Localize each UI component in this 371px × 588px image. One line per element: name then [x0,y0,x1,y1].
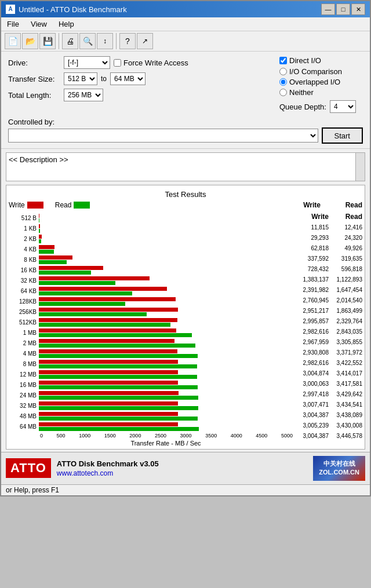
minimize-button[interactable]: — [321,3,335,15]
data-read-val: 2,329,764 [332,318,362,324]
chart-label-item: 32 MB [20,400,37,411]
start-button[interactable]: Start [322,127,363,144]
force-write-checkbox[interactable] [114,59,121,67]
read-bar [39,218,39,222]
footer-text: ATTO Disk Benchmark v3.05 www.attotech.c… [57,459,159,477]
bar-row [39,400,293,411]
data-row: 2,982,6163,422,552 [295,357,362,368]
main-window: A Untitled - ATTO Disk Benchmark — □ ✕ F… [0,0,371,496]
data-row: 337,592319,635 [295,253,362,264]
write-bar [39,318,177,322]
description-scrollbar[interactable] [355,153,365,181]
write-bar [39,412,178,416]
read-bar [39,333,192,337]
transfer-size-row: Transfer Size: 512 B to 64 MB [8,72,270,85]
x-axis-label: 500 [57,433,66,439]
overlapped-io-radio[interactable] [279,78,287,86]
controlled-by-select[interactable] [8,129,318,143]
chart-label-item: 1 MB [23,327,37,338]
neither-radio[interactable] [279,89,287,96]
data-write-val: 2,391,982 [295,287,329,293]
x-axis-label: 1000 [79,433,90,439]
chart-legend: Write Read Write Read [9,201,362,209]
x-axis-label: 4000 [231,433,242,439]
data-table: WriteRead11,81512,41629,29324,32062,8184… [293,213,362,447]
total-length-select[interactable]: 256 MB [64,89,103,101]
write-bar [39,266,103,270]
bar-row [39,359,293,369]
data-row: 2,951,2171,863,499 [295,305,362,316]
resize-button[interactable]: ↕ [97,33,113,49]
open-button[interactable]: 📂 [22,33,38,49]
data-write-val: 2,930,808 [295,349,329,356]
write-bar [39,349,177,353]
queue-depth-row: Queue Depth: 4 [279,100,363,113]
read-bar [39,312,147,316]
transfer-to-select[interactable]: 64 MB [110,72,146,85]
chart-label-item: 256KB [19,306,37,317]
x-axis-label: 0 [40,433,43,439]
menu-help[interactable]: Help [55,19,78,30]
write-bar [39,328,176,333]
zoom-button[interactable]: 🔍 [79,33,96,49]
io-mode-group: I/O Comparison Overlapped I/O Neither [279,67,363,97]
help-question-button[interactable]: ? [119,33,136,49]
data-row: 3,005,2393,430,008 [295,420,362,430]
data-write-val: 2,997,418 [295,391,329,397]
data-write-val: 3,005,239 [295,422,329,429]
direct-io-checkbox[interactable] [279,57,287,64]
save-button[interactable]: 💾 [39,33,56,49]
read-bar [39,354,198,358]
chart-bars [39,213,293,432]
read-bar [39,406,198,410]
bar-row [39,296,293,306]
x-axis-label: 2000 [129,433,141,439]
bar-row [39,265,293,275]
bar-row [39,421,293,432]
bar-row [39,369,293,379]
help-arrow-button[interactable]: ↗ [137,33,153,49]
read-legend-color [74,202,90,209]
toolbar-separator-1 [59,33,59,49]
menu-file[interactable]: File [3,19,23,30]
read-bar [39,323,170,327]
data-read-val: 49,926 [332,245,362,251]
overlapped-io-text: Overlapped I/O [289,78,340,86]
menu-view[interactable]: View [27,19,50,30]
write-bar [39,401,178,406]
footer-app-name: ATTO Disk Benchmark v3.05 [57,459,159,468]
transfer-from-select[interactable]: 512 B [64,72,97,85]
print-button[interactable]: 🖨 [62,33,78,49]
settings-area: Drive: [-f-] Force Write Access Transfer… [1,52,370,149]
chart-label-item: 24 MB [20,390,37,400]
data-write-val: 2,967,959 [295,339,329,345]
x-axis-label: 1500 [104,433,116,439]
data-read-val: 3,305,855 [332,339,362,345]
write-legend-color [27,202,43,209]
data-write-val: 62,818 [295,245,329,251]
overlapped-io-label: Overlapped I/O [279,78,363,86]
chart-label-item: 16 MB [20,379,37,390]
col-write: Write [295,213,329,221]
total-length-row: Total Length: 256 MB [8,89,270,101]
data-write-val: 3,007,471 [295,401,329,408]
new-button[interactable]: 📄 [5,33,21,49]
drive-select[interactable]: [-f-] [64,56,110,69]
maximize-button[interactable]: □ [336,3,350,15]
data-row: 2,982,6162,843,035 [295,326,362,337]
menu-bar: File View Help [1,17,370,31]
x-axis-label: 4500 [256,433,267,439]
write-bar [39,287,167,291]
io-comparison-radio[interactable] [279,68,287,75]
title-bar-left: A Untitled - ATTO Disk Benchmark [6,5,127,14]
write-bar [39,214,39,218]
controlled-by-row: Start [8,127,363,144]
neither-text: Neither [289,88,314,97]
queue-depth-select[interactable]: 4 [330,100,356,113]
close-button[interactable]: ✕ [351,3,365,15]
data-write-val: 11,815 [295,224,329,231]
footer-url[interactable]: www.attotech.com [57,469,159,477]
data-write-val: 337,592 [295,255,329,262]
write-bar [39,235,42,239]
data-write-val: 3,000,063 [295,381,329,387]
